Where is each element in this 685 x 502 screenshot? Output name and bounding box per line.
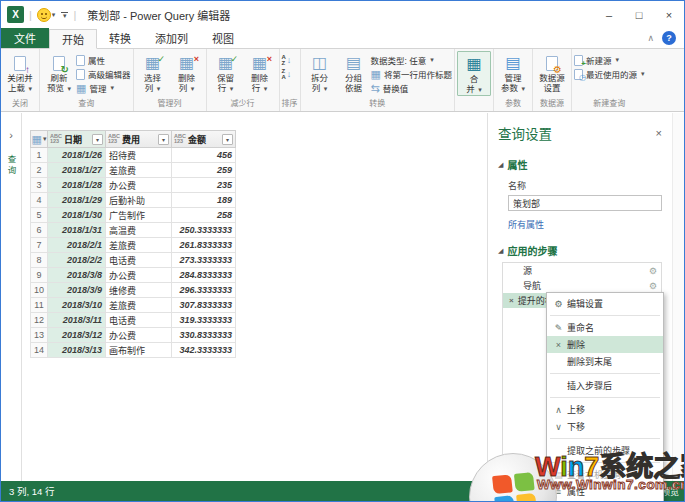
row-number[interactable]: 14 xyxy=(30,343,48,358)
properties-section-header[interactable]: ◢ 属性 xyxy=(498,157,662,172)
filter-icon[interactable]: ▾ xyxy=(222,134,233,145)
cell-expense[interactable]: 办公费 xyxy=(106,328,172,343)
expand-queries-icon[interactable]: › xyxy=(9,129,13,141)
cell-expense[interactable]: 画布制作 xyxy=(106,343,172,358)
cell-amount[interactable]: 261.8333333 xyxy=(172,238,236,253)
row-number[interactable]: 4 xyxy=(30,193,48,208)
cell-date[interactable]: 2018/1/30 xyxy=(48,208,106,223)
query-name-input[interactable] xyxy=(508,195,662,211)
applied-step[interactable]: 源⚙ xyxy=(503,263,661,278)
applied-step[interactable]: 导航⚙ xyxy=(503,278,661,293)
filter-icon[interactable]: ▾ xyxy=(158,134,169,145)
minimize-button[interactable]: – xyxy=(594,1,624,28)
panel-scrollbar[interactable] xyxy=(672,113,684,481)
cell-expense[interactable]: 广告制作 xyxy=(106,208,172,223)
row-number[interactable]: 2 xyxy=(30,163,48,178)
cell-date[interactable]: 2018/3/13 xyxy=(48,343,106,358)
cell-date[interactable]: 2018/3/10 xyxy=(48,298,106,313)
remove-rows-button[interactable]: ▦× 删除 行 ▾ xyxy=(243,51,277,94)
refresh-preview-button[interactable]: ↻ 刷新 预览 ▾ xyxy=(42,51,76,94)
merge-button[interactable]: ▦ 合 并 ▾ xyxy=(457,51,491,96)
cell-expense[interactable]: 后勤补助 xyxy=(106,193,172,208)
menu-item[interactable]: 删除到末尾 xyxy=(547,353,663,370)
new-source-button[interactable]: +新建源▾ xyxy=(574,53,645,67)
cell-amount[interactable]: 273.3333333 xyxy=(172,253,236,268)
tab-file[interactable]: 文件 xyxy=(1,28,49,48)
row-number[interactable]: 7 xyxy=(30,238,48,253)
data-source-settings-button[interactable]: ⚙ 数据源 设置 xyxy=(535,51,569,93)
split-column-button[interactable]: ◫ 拆分 列 ▾ xyxy=(303,51,337,94)
collapse-ribbon-icon[interactable]: ∧ xyxy=(647,33,654,43)
cell-date[interactable]: 2018/1/26 xyxy=(48,148,106,163)
cell-expense[interactable]: 招待费 xyxy=(106,148,172,163)
cell-expense[interactable]: 电话费 xyxy=(106,313,172,328)
filter-icon[interactable]: ▾ xyxy=(92,134,103,145)
chevron-down-icon[interactable]: ▾ xyxy=(52,11,56,19)
column-header-expense[interactable]: ABC123 费用 ▾ xyxy=(106,130,172,148)
manage-button[interactable]: ▦管理▾ xyxy=(76,81,131,95)
cell-date[interactable]: 2018/2/2 xyxy=(48,253,106,268)
cell-date[interactable]: 2018/1/29 xyxy=(48,193,106,208)
cell-amount[interactable]: 330.8333333 xyxy=(172,328,236,343)
tab-home[interactable]: 开始 xyxy=(49,29,97,49)
sort-descending-button[interactable]: ZA ↓ xyxy=(282,67,292,81)
row-number[interactable]: 13 xyxy=(30,328,48,343)
cell-expense[interactable]: 办公费 xyxy=(106,178,172,193)
customize-qat-icon[interactable]: ▾ xyxy=(61,12,68,18)
cell-amount[interactable]: 259 xyxy=(172,163,236,178)
step-settings-gear-icon[interactable]: ⚙ xyxy=(649,281,657,291)
cell-amount[interactable]: 342.3333333 xyxy=(172,343,236,358)
cell-date[interactable]: 2018/1/28 xyxy=(48,178,106,193)
menu-item[interactable]: ⚙编辑设置 xyxy=(547,295,663,312)
keep-rows-button[interactable]: ▦✓ 保留 行 ▾ xyxy=(209,51,243,94)
cell-amount[interactable]: 456 xyxy=(172,148,236,163)
cell-amount[interactable]: 307.8333333 xyxy=(172,298,236,313)
cell-expense[interactable]: 电话费 xyxy=(106,253,172,268)
replace-values-button[interactable]: ⇆替换值 xyxy=(371,81,452,95)
recent-sources-button[interactable]: ◷最近使用的源▾ xyxy=(574,67,645,81)
menu-item[interactable]: ≡属性 xyxy=(547,483,663,500)
manage-parameters-button[interactable]: ▤ 管理 参数 ▾ xyxy=(496,51,530,94)
row-number[interactable]: 9 xyxy=(30,268,48,283)
cell-amount[interactable]: 319.3333333 xyxy=(172,313,236,328)
row-number[interactable]: 11 xyxy=(30,298,48,313)
all-properties-link[interactable]: 所有属性 xyxy=(508,218,662,231)
data-type-button[interactable]: 数据类型: 任意▾ xyxy=(371,53,452,67)
cell-amount[interactable]: 284.8333333 xyxy=(172,268,236,283)
smiley-feedback-icon[interactable] xyxy=(37,8,51,22)
row-number[interactable]: 3 xyxy=(30,178,48,193)
cell-amount[interactable]: 189 xyxy=(172,193,236,208)
cell-expense[interactable]: 办公费 xyxy=(106,268,172,283)
properties-button[interactable]: 属性 xyxy=(76,53,131,67)
cell-amount[interactable]: 235 xyxy=(172,178,236,193)
cell-amount[interactable]: 296.3333333 xyxy=(172,283,236,298)
cell-amount[interactable]: 258 xyxy=(172,208,236,223)
row-number[interactable]: 12 xyxy=(30,313,48,328)
row-number[interactable]: 5 xyxy=(30,208,48,223)
tab-transform[interactable]: 转换 xyxy=(97,28,143,48)
cell-expense[interactable]: 维修费 xyxy=(106,283,172,298)
queries-pane-label[interactable]: 查询 xyxy=(5,155,17,176)
cell-date[interactable]: 2018/3/9 xyxy=(48,283,106,298)
panel-close-icon[interactable]: × xyxy=(656,127,662,139)
first-row-headers-button[interactable]: ▦将第一行用作标题 xyxy=(371,67,452,81)
row-number[interactable]: 1 xyxy=(30,148,48,163)
cell-date[interactable]: 2018/2/1 xyxy=(48,238,106,253)
cell-date[interactable]: 2018/3/8 xyxy=(48,268,106,283)
menu-item[interactable]: 提取之前的步骤 xyxy=(547,442,663,459)
close-and-load-button[interactable]: ↑ 关闭并 上载 ▾ xyxy=(3,51,37,94)
cell-date[interactable]: 2018/1/27 xyxy=(48,163,106,178)
tab-add-column[interactable]: 添加列 xyxy=(143,28,200,48)
close-button[interactable]: × xyxy=(654,1,684,28)
row-number[interactable]: 8 xyxy=(30,253,48,268)
table-corner-button[interactable]: ▦▾ xyxy=(30,130,48,148)
cell-date[interactable]: 2018/3/12 xyxy=(48,328,106,343)
cell-date[interactable]: 2018/1/31 xyxy=(48,223,106,238)
column-header-amount[interactable]: ABC123 金额 ▾ xyxy=(172,130,236,148)
applied-steps-section-header[interactable]: ◢ 应用的步骤 xyxy=(498,243,662,258)
step-settings-gear-icon[interactable]: ⚙ xyxy=(649,266,657,276)
maximize-button[interactable]: □ xyxy=(624,1,654,28)
row-number[interactable]: 10 xyxy=(30,283,48,298)
menu-item[interactable]: ×删除 xyxy=(547,336,663,353)
cell-date[interactable]: 2018/3/11 xyxy=(48,313,106,328)
